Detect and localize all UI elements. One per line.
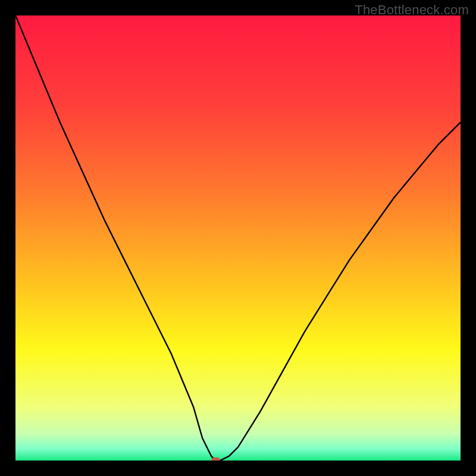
watermark-label: TheBottleneck.com xyxy=(355,2,469,18)
chart-svg xyxy=(15,15,461,461)
gradient-background xyxy=(15,15,461,461)
minimum-marker xyxy=(212,458,220,461)
chart-frame: TheBottleneck.com xyxy=(0,0,476,476)
plot-area xyxy=(15,15,461,461)
